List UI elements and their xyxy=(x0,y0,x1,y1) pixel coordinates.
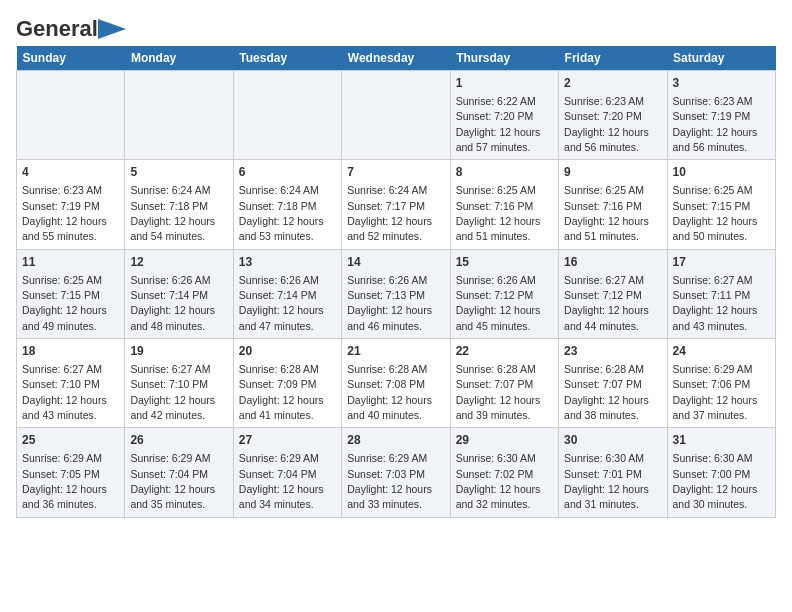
day-number: 14 xyxy=(347,254,444,271)
calendar-cell: 8Sunrise: 6:25 AMSunset: 7:16 PMDaylight… xyxy=(450,160,558,249)
calendar-cell: 16Sunrise: 6:27 AMSunset: 7:12 PMDayligh… xyxy=(559,249,667,338)
cell-content: Sunrise: 6:29 AMSunset: 7:06 PMDaylight:… xyxy=(673,363,758,421)
day-number: 13 xyxy=(239,254,336,271)
cell-content: Sunrise: 6:29 AMSunset: 7:05 PMDaylight:… xyxy=(22,452,107,510)
cell-content: Sunrise: 6:25 AMSunset: 7:16 PMDaylight:… xyxy=(456,184,541,242)
calendar-table: SundayMondayTuesdayWednesdayThursdayFrid… xyxy=(16,46,776,518)
day-number: 8 xyxy=(456,164,553,181)
cell-content: Sunrise: 6:26 AMSunset: 7:14 PMDaylight:… xyxy=(239,274,324,332)
calendar-cell: 12Sunrise: 6:26 AMSunset: 7:14 PMDayligh… xyxy=(125,249,233,338)
cell-content: Sunrise: 6:24 AMSunset: 7:18 PMDaylight:… xyxy=(130,184,215,242)
logo-text-general: General xyxy=(16,16,98,42)
week-row-3: 11Sunrise: 6:25 AMSunset: 7:15 PMDayligh… xyxy=(17,249,776,338)
day-number: 9 xyxy=(564,164,661,181)
cell-content: Sunrise: 6:27 AMSunset: 7:11 PMDaylight:… xyxy=(673,274,758,332)
day-number: 30 xyxy=(564,432,661,449)
calendar-cell: 26Sunrise: 6:29 AMSunset: 7:04 PMDayligh… xyxy=(125,428,233,517)
calendar-cell: 5Sunrise: 6:24 AMSunset: 7:18 PMDaylight… xyxy=(125,160,233,249)
day-number: 25 xyxy=(22,432,119,449)
calendar-cell: 4Sunrise: 6:23 AMSunset: 7:19 PMDaylight… xyxy=(17,160,125,249)
calendar-cell: 28Sunrise: 6:29 AMSunset: 7:03 PMDayligh… xyxy=(342,428,450,517)
cell-content: Sunrise: 6:24 AMSunset: 7:18 PMDaylight:… xyxy=(239,184,324,242)
calendar-cell: 11Sunrise: 6:25 AMSunset: 7:15 PMDayligh… xyxy=(17,249,125,338)
calendar-cell: 24Sunrise: 6:29 AMSunset: 7:06 PMDayligh… xyxy=(667,339,775,428)
cell-content: Sunrise: 6:25 AMSunset: 7:16 PMDaylight:… xyxy=(564,184,649,242)
day-number: 16 xyxy=(564,254,661,271)
cell-content: Sunrise: 6:23 AMSunset: 7:20 PMDaylight:… xyxy=(564,95,649,153)
calendar-cell: 15Sunrise: 6:26 AMSunset: 7:12 PMDayligh… xyxy=(450,249,558,338)
cell-content: Sunrise: 6:30 AMSunset: 7:00 PMDaylight:… xyxy=(673,452,758,510)
cell-content: Sunrise: 6:28 AMSunset: 7:07 PMDaylight:… xyxy=(456,363,541,421)
day-number: 5 xyxy=(130,164,227,181)
svg-marker-0 xyxy=(98,19,126,39)
calendar-cell xyxy=(233,71,341,160)
week-row-4: 18Sunrise: 6:27 AMSunset: 7:10 PMDayligh… xyxy=(17,339,776,428)
calendar-cell: 17Sunrise: 6:27 AMSunset: 7:11 PMDayligh… xyxy=(667,249,775,338)
cell-content: Sunrise: 6:23 AMSunset: 7:19 PMDaylight:… xyxy=(673,95,758,153)
day-number: 29 xyxy=(456,432,553,449)
day-number: 12 xyxy=(130,254,227,271)
day-number: 26 xyxy=(130,432,227,449)
calendar-cell: 27Sunrise: 6:29 AMSunset: 7:04 PMDayligh… xyxy=(233,428,341,517)
logo-arrow-icon xyxy=(98,19,126,39)
day-number: 17 xyxy=(673,254,770,271)
header-sunday: Sunday xyxy=(17,46,125,71)
day-number: 10 xyxy=(673,164,770,181)
calendar-cell: 30Sunrise: 6:30 AMSunset: 7:01 PMDayligh… xyxy=(559,428,667,517)
day-number: 31 xyxy=(673,432,770,449)
day-number: 22 xyxy=(456,343,553,360)
calendar-cell: 22Sunrise: 6:28 AMSunset: 7:07 PMDayligh… xyxy=(450,339,558,428)
cell-content: Sunrise: 6:27 AMSunset: 7:10 PMDaylight:… xyxy=(130,363,215,421)
calendar-cell: 6Sunrise: 6:24 AMSunset: 7:18 PMDaylight… xyxy=(233,160,341,249)
day-number: 18 xyxy=(22,343,119,360)
day-number: 21 xyxy=(347,343,444,360)
calendar-cell xyxy=(342,71,450,160)
cell-content: Sunrise: 6:29 AMSunset: 7:04 PMDaylight:… xyxy=(130,452,215,510)
calendar-cell: 31Sunrise: 6:30 AMSunset: 7:00 PMDayligh… xyxy=(667,428,775,517)
calendar-cell: 7Sunrise: 6:24 AMSunset: 7:17 PMDaylight… xyxy=(342,160,450,249)
cell-content: Sunrise: 6:30 AMSunset: 7:01 PMDaylight:… xyxy=(564,452,649,510)
day-number: 20 xyxy=(239,343,336,360)
cell-content: Sunrise: 6:27 AMSunset: 7:12 PMDaylight:… xyxy=(564,274,649,332)
cell-content: Sunrise: 6:28 AMSunset: 7:08 PMDaylight:… xyxy=(347,363,432,421)
day-number: 3 xyxy=(673,75,770,92)
day-number: 28 xyxy=(347,432,444,449)
week-row-1: 1Sunrise: 6:22 AMSunset: 7:20 PMDaylight… xyxy=(17,71,776,160)
calendar-cell xyxy=(125,71,233,160)
header-saturday: Saturday xyxy=(667,46,775,71)
day-number: 27 xyxy=(239,432,336,449)
week-row-2: 4Sunrise: 6:23 AMSunset: 7:19 PMDaylight… xyxy=(17,160,776,249)
calendar-cell: 23Sunrise: 6:28 AMSunset: 7:07 PMDayligh… xyxy=(559,339,667,428)
calendar-cell: 25Sunrise: 6:29 AMSunset: 7:05 PMDayligh… xyxy=(17,428,125,517)
day-number: 2 xyxy=(564,75,661,92)
calendar-cell: 29Sunrise: 6:30 AMSunset: 7:02 PMDayligh… xyxy=(450,428,558,517)
day-number: 4 xyxy=(22,164,119,181)
day-number: 6 xyxy=(239,164,336,181)
calendar-cell: 19Sunrise: 6:27 AMSunset: 7:10 PMDayligh… xyxy=(125,339,233,428)
header-monday: Monday xyxy=(125,46,233,71)
calendar-cell: 13Sunrise: 6:26 AMSunset: 7:14 PMDayligh… xyxy=(233,249,341,338)
header-tuesday: Tuesday xyxy=(233,46,341,71)
header-thursday: Thursday xyxy=(450,46,558,71)
calendar-cell: 14Sunrise: 6:26 AMSunset: 7:13 PMDayligh… xyxy=(342,249,450,338)
calendar-cell: 1Sunrise: 6:22 AMSunset: 7:20 PMDaylight… xyxy=(450,71,558,160)
header-row: SundayMondayTuesdayWednesdayThursdayFrid… xyxy=(17,46,776,71)
calendar-cell: 3Sunrise: 6:23 AMSunset: 7:19 PMDaylight… xyxy=(667,71,775,160)
day-number: 7 xyxy=(347,164,444,181)
cell-content: Sunrise: 6:28 AMSunset: 7:07 PMDaylight:… xyxy=(564,363,649,421)
cell-content: Sunrise: 6:26 AMSunset: 7:14 PMDaylight:… xyxy=(130,274,215,332)
logo: General xyxy=(16,16,126,38)
header: General xyxy=(16,16,776,38)
cell-content: Sunrise: 6:25 AMSunset: 7:15 PMDaylight:… xyxy=(22,274,107,332)
calendar-cell: 21Sunrise: 6:28 AMSunset: 7:08 PMDayligh… xyxy=(342,339,450,428)
cell-content: Sunrise: 6:26 AMSunset: 7:12 PMDaylight:… xyxy=(456,274,541,332)
calendar-cell xyxy=(17,71,125,160)
cell-content: Sunrise: 6:29 AMSunset: 7:03 PMDaylight:… xyxy=(347,452,432,510)
day-number: 15 xyxy=(456,254,553,271)
header-friday: Friday xyxy=(559,46,667,71)
calendar-cell: 20Sunrise: 6:28 AMSunset: 7:09 PMDayligh… xyxy=(233,339,341,428)
cell-content: Sunrise: 6:22 AMSunset: 7:20 PMDaylight:… xyxy=(456,95,541,153)
day-number: 23 xyxy=(564,343,661,360)
calendar-cell: 2Sunrise: 6:23 AMSunset: 7:20 PMDaylight… xyxy=(559,71,667,160)
day-number: 24 xyxy=(673,343,770,360)
